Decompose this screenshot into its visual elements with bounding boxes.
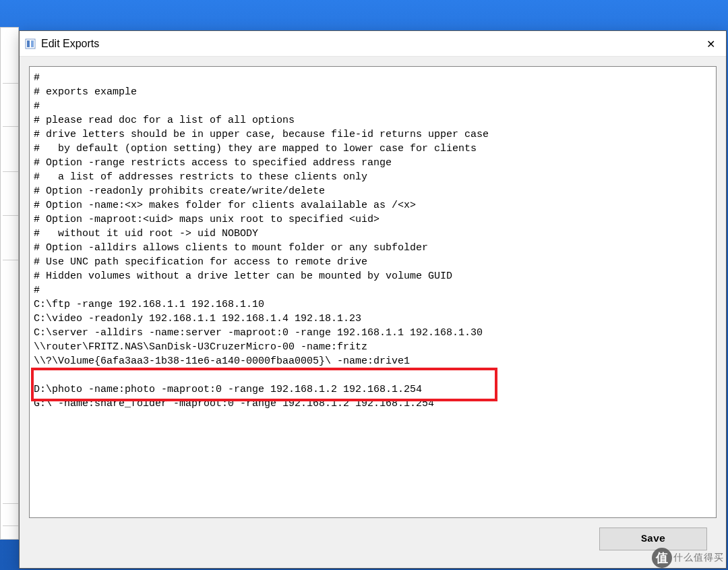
dialog-content: Save	[20, 57, 726, 568]
close-button[interactable]: ✕	[695, 31, 726, 57]
save-button[interactable]: Save	[599, 528, 707, 550]
edit-exports-dialog: Edit Exports ✕ Save	[19, 30, 727, 569]
close-icon: ✕	[706, 38, 715, 51]
parent-window-edge	[0, 27, 19, 540]
exports-textarea-wrap	[29, 66, 717, 518]
svg-rect-2	[31, 40, 34, 47]
exports-textarea[interactable]	[30, 67, 716, 517]
titlebar: Edit Exports ✕	[20, 31, 726, 57]
window-title: Edit Exports	[41, 38, 99, 50]
button-row: Save	[29, 518, 717, 550]
app-icon	[25, 38, 36, 49]
svg-rect-1	[27, 40, 30, 47]
